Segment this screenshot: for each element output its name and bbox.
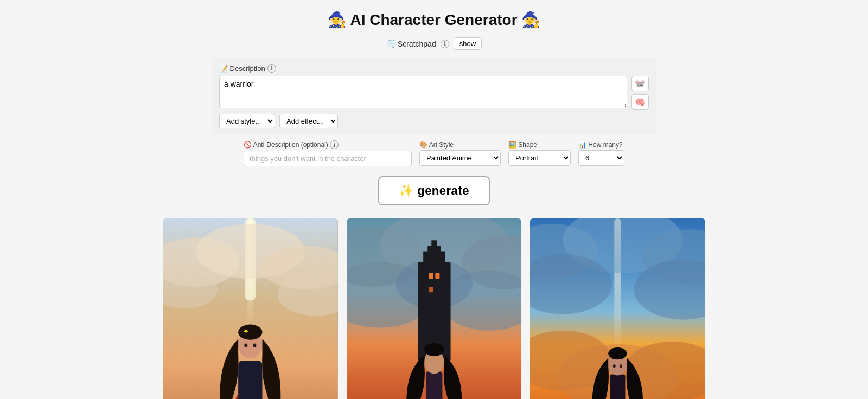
svg-rect-22 [423,252,445,268]
svg-rect-26 [435,273,439,279]
svg-rect-28 [426,371,442,399]
shape-select[interactable]: Portrait Landscape Square [508,150,571,166]
svg-rect-25 [429,273,433,279]
how-many-select[interactable]: 1 2 3 4 5 6 8 10 [578,150,624,166]
art-style-label: 🎨 Art Style [419,141,501,149]
svg-point-29 [424,350,444,374]
scratchpad-info-icon[interactable]: ℹ [441,40,449,48]
svg-point-33 [530,224,598,279]
svg-point-7 [278,274,338,316]
shape-group: 🖼️ Shape Portrait Landscape Square [508,141,571,166]
svg-point-4 [196,224,305,279]
how-many-group: 📊 How many? 1 2 3 4 5 6 8 10 [578,141,624,166]
description-textarea[interactable] [219,76,627,108]
options-row: 🚫 Anti-Description (optional) ℹ 🎨 Art St… [244,140,624,166]
anti-desc-label: 🚫 Anti-Description (optional) ℹ [244,140,412,149]
svg-rect-14 [347,218,522,399]
svg-point-45 [620,364,622,368]
add-style-select[interactable]: Add style... Fantasy Sci-Fi Medieval [219,114,275,128]
svg-point-40 [558,344,678,399]
scratchpad-row: 🗒️ Scratchpad ℹ show [386,37,482,50]
description-label: 📝 Description ℹ [219,64,649,73]
svg-point-3 [163,237,239,287]
svg-rect-0 [163,218,338,399]
style-row: Add style... Fantasy Sci-Fi Medieval Add… [219,114,649,128]
svg-point-12 [253,343,256,347]
description-panel: 📝 Description ℹ 🐭 🧠 Add style... Fantasy… [212,57,656,135]
anti-desc-group: 🚫 Anti-Description (optional) ℹ [244,140,412,166]
svg-point-11 [244,343,247,347]
scratchpad-label: 🗒️ Scratchpad [386,40,436,48]
svg-text:★: ★ [243,327,249,335]
svg-rect-2 [245,218,256,300]
anti-desc-input[interactable] [244,151,412,166]
anti-desc-info-icon[interactable]: ℹ [330,140,339,149]
page-title: 🧙 AI Character Generator 🧙 [328,11,541,29]
svg-rect-1 [247,218,253,328]
image-card-3[interactable] [530,218,705,399]
shape-label: 🖼️ Shape [508,141,571,149]
generate-button[interactable]: ✨ generate [378,176,490,205]
add-effect-select[interactable]: Add effect... Glow Shadow Blur [279,114,338,128]
page-container: 🧙 AI Character Generator 🧙 🗒️ Scratchpad… [0,0,868,399]
description-inner: 🐭 🧠 [219,76,649,110]
svg-rect-27 [429,287,433,292]
svg-point-9 [238,330,262,358]
image-card-1[interactable]: ★ [163,218,338,399]
svg-point-42 [609,353,627,375]
svg-rect-31 [530,218,705,399]
art-style-group: 🎨 Art Style Painted Anime Ant Style Real… [419,141,501,166]
svg-point-19 [439,271,521,331]
svg-point-30 [424,343,444,356]
svg-point-39 [623,342,705,399]
art-style-select[interactable]: Painted Anime Ant Style Realistic Sketch… [419,150,501,166]
side-btn-2[interactable]: 🧠 [631,94,649,110]
scratchpad-show-button[interactable]: show [454,37,482,50]
svg-point-36 [530,254,612,314]
svg-point-20 [395,260,472,309]
svg-rect-8 [238,361,262,399]
svg-point-43 [609,347,627,359]
svg-point-35 [642,229,705,284]
svg-point-34 [563,218,684,273]
svg-point-15 [347,227,423,287]
svg-point-18 [347,262,434,328]
images-grid: ★ [163,218,705,399]
svg-rect-32 [615,218,621,355]
svg-point-38 [530,331,612,391]
description-info-icon[interactable]: ℹ [267,64,276,73]
side-buttons: 🐭 🧠 [631,76,649,110]
image-card-2[interactable] [347,218,522,399]
svg-point-17 [461,235,521,289]
svg-rect-41 [610,374,626,399]
how-many-label: 📊 How many? [578,141,624,149]
svg-point-37 [634,260,705,320]
svg-rect-24 [431,240,437,250]
svg-point-10 [238,325,262,340]
side-btn-1[interactable]: 🐭 [631,76,649,91]
svg-rect-21 [418,262,451,361]
svg-point-5 [261,246,338,289]
svg-point-44 [613,364,616,368]
svg-point-6 [163,271,218,309]
svg-rect-23 [427,246,441,256]
svg-point-16 [379,218,510,281]
